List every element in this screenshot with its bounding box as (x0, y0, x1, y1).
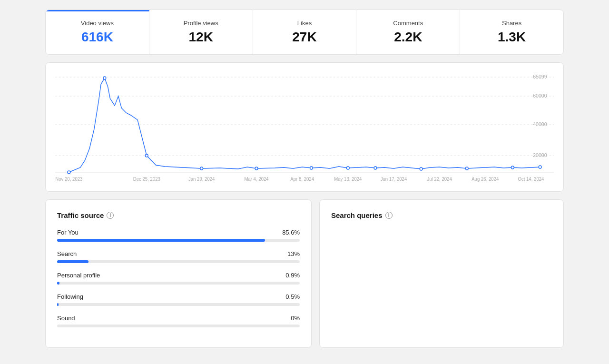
stat-value-video-views: 616K (57, 30, 138, 45)
stat-label-profile-views: Profile views (161, 20, 241, 27)
svg-text:60000: 60000 (533, 93, 547, 98)
svg-text:Mar 4, 2024: Mar 4, 2024 (244, 177, 269, 182)
traffic-row-sound: Sound 0% (57, 315, 300, 327)
bar-bg-for-you (57, 239, 300, 242)
traffic-card: Traffic source i For You 85.6% Search 13… (45, 199, 312, 348)
bar-fill-for-you (57, 239, 265, 242)
svg-point-16 (374, 167, 377, 169)
svg-point-14 (310, 167, 313, 169)
svg-point-19 (511, 166, 514, 169)
stats-card: Video views 616K Profile views 12K Likes… (45, 10, 564, 55)
svg-point-10 (103, 77, 106, 79)
svg-text:Jul 22, 2024: Jul 22, 2024 (427, 177, 452, 182)
traffic-row-following: Following 0.5% (57, 293, 300, 306)
svg-point-12 (200, 167, 203, 170)
search-title: Search queries i (331, 211, 552, 219)
main-container: Video views 616K Profile views 12K Likes… (36, 10, 573, 348)
traffic-label-sound: Sound (57, 315, 75, 322)
chart-svg: 65099 60000 40000 20000 (55, 72, 554, 187)
stat-value-shares: 1.3K (471, 30, 552, 45)
svg-text:Aug 26, 2024: Aug 26, 2024 (471, 177, 499, 182)
stat-likes[interactable]: Likes 27K (253, 10, 357, 54)
svg-point-9 (68, 171, 70, 174)
svg-text:Oct 14, 2024: Oct 14, 2024 (518, 177, 544, 182)
traffic-label-personal-profile: Personal profile (57, 272, 100, 279)
svg-point-13 (255, 167, 258, 170)
svg-text:20000: 20000 (533, 152, 547, 158)
svg-point-11 (145, 154, 148, 157)
stat-video-views[interactable]: Video views 616K (46, 10, 149, 54)
traffic-label-for-you: For You (57, 229, 79, 236)
svg-point-17 (420, 167, 422, 170)
bar-bg-following (57, 303, 300, 306)
traffic-label-following: Following (57, 293, 83, 300)
svg-text:Jan 29, 2024: Jan 29, 2024 (188, 177, 215, 182)
svg-text:Dec 25, 2023: Dec 25, 2023 (133, 177, 161, 182)
bar-fill-following (57, 303, 59, 306)
svg-text:Jun 17, 2024: Jun 17, 2024 (381, 177, 407, 182)
bar-bg-search (57, 260, 300, 263)
traffic-row-search: Search 13% (57, 250, 300, 263)
stat-profile-views[interactable]: Profile views 12K (149, 10, 253, 54)
stat-value-comments: 2.2K (368, 30, 448, 45)
traffic-pct-personal-profile: 0.9% (285, 272, 300, 279)
search-info-icon[interactable]: i (385, 212, 393, 219)
svg-point-15 (346, 167, 349, 169)
svg-text:Apr 8, 2024: Apr 8, 2024 (290, 177, 314, 182)
bar-bg-sound (57, 325, 300, 327)
svg-text:65099: 65099 (533, 74, 547, 79)
bottom-row: Traffic source i For You 85.6% Search 13… (45, 199, 564, 348)
chart-area: 65099 60000 40000 20000 (55, 72, 554, 187)
stat-label-likes: Likes (265, 20, 345, 27)
search-card: Search queries i (319, 199, 564, 348)
bar-bg-personal-profile (57, 282, 300, 285)
svg-point-20 (539, 166, 541, 168)
svg-text:May 13, 2024: May 13, 2024 (334, 177, 362, 182)
traffic-pct-search: 13% (287, 250, 300, 257)
stat-label-shares: Shares (471, 20, 552, 27)
svg-point-18 (465, 167, 468, 170)
traffic-label-search: Search (57, 250, 77, 257)
traffic-title: Traffic source i (57, 211, 300, 219)
traffic-pct-for-you: 85.6% (282, 229, 300, 236)
traffic-row-for-you: For You 85.6% (57, 229, 300, 242)
traffic-info-icon[interactable]: i (107, 212, 114, 219)
chart-card: 65099 60000 40000 20000 (45, 62, 564, 192)
traffic-row-personal-profile: Personal profile 0.9% (57, 272, 300, 285)
stat-value-profile-views: 12K (161, 30, 241, 45)
stat-shares[interactable]: Shares 1.3K (460, 10, 563, 54)
bar-fill-search (57, 260, 88, 263)
traffic-pct-following: 0.5% (285, 293, 300, 300)
stat-label-video-views: Video views (57, 20, 138, 27)
svg-text:Nov 20, 2023: Nov 20, 2023 (55, 177, 83, 182)
svg-text:40000: 40000 (533, 121, 547, 127)
stat-label-comments: Comments (368, 20, 448, 27)
traffic-pct-sound: 0% (291, 315, 300, 322)
stat-value-likes: 27K (265, 30, 345, 45)
stat-comments[interactable]: Comments 2.2K (356, 10, 460, 54)
bar-fill-personal-profile (57, 282, 59, 285)
